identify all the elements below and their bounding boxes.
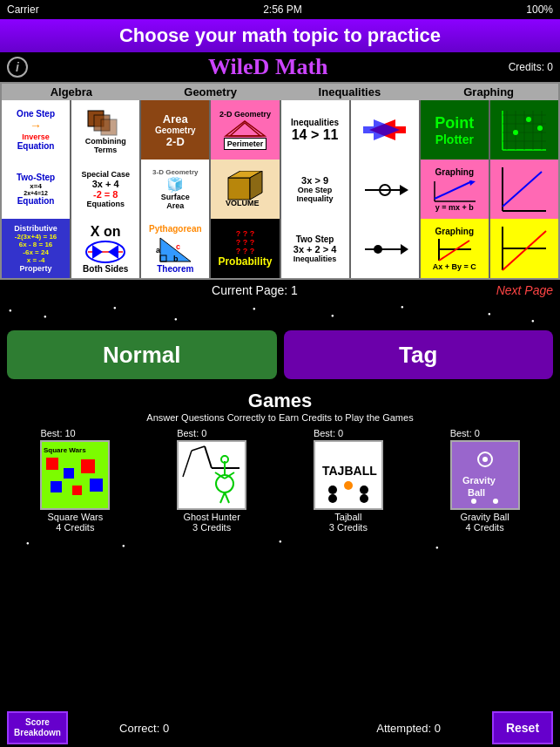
games-title: Games — [7, 390, 553, 412]
info-icon[interactable]: i — [7, 57, 28, 78]
star-3: ● — [113, 305, 117, 310]
svg-point-20 — [537, 126, 543, 131]
star-8: ● — [488, 311, 491, 316]
topic-graphing-linear[interactable]: Graphing Ax + By = C — [421, 219, 489, 278]
svg-line-34 — [503, 172, 542, 207]
topic-grid-row3: Distributive -2(3x+4) = 16 6x - 8 = 16 -… — [2, 219, 558, 278]
svg-point-78 — [360, 486, 368, 494]
games-grid: Best: 10 Square Wars Square Wars 4 Credi… — [7, 428, 553, 533]
svg-rect-61 — [90, 479, 103, 492]
next-page-button[interactable]: Next Page — [496, 283, 553, 297]
stars-decoration: ● ● ● ● ● ● ● ● ● — [0, 301, 560, 327]
header-title: Choose your math topic to practice — [3, 24, 557, 47]
topic-pythagorean[interactable]: Pythagorean a b c Theorem — [141, 219, 209, 278]
header-banner: Choose your math topic to practice — [0, 19, 560, 52]
topic-x-both-sides[interactable]: X on Both Sides — [71, 219, 139, 278]
topic-probability[interactable]: ? ? ? ? ? ? ? ? ? Probability — [211, 219, 279, 278]
topic-one-step-equation[interactable]: One Step → Inverse Equation — [2, 100, 70, 160]
header-inequalities: Inequalities — [280, 84, 420, 100]
svg-text:TAJBALL: TAJBALL — [322, 464, 377, 478]
app-name: WileD Math — [208, 54, 327, 80]
svg-rect-21 — [228, 178, 250, 200]
game-tajball: Best: 0 TAJBALL Tajball 3 Credits — [314, 428, 383, 533]
topic-volume[interactable]: VOLUME — [211, 160, 279, 219]
square-wars-thumbnail[interactable]: Square Wars — [40, 440, 110, 510]
reset-button[interactable]: Reset — [492, 711, 553, 744]
pagination-bar: ● Current Page: 1 Next Page — [0, 280, 560, 301]
carrier-label: Carrier — [7, 3, 39, 16]
topic-two-step-inequalities[interactable]: Two Step 3x + 2 > 4 Inequalities — [281, 219, 349, 278]
star-2: ● — [44, 314, 47, 319]
topic-headers: Algebra Geometry Inequalities Graphing — [2, 84, 558, 100]
gravity-ball-name: Gravity Ball — [461, 512, 509, 522]
svg-marker-31 — [469, 180, 476, 186]
topic-combining-terms[interactable]: Combining Terms — [71, 100, 139, 160]
star-b4: ● — [435, 545, 439, 550]
topic-area-2d[interactable]: Area Geometry 2-D — [141, 100, 209, 160]
svg-point-79 — [328, 494, 337, 503]
svg-rect-57 — [64, 468, 74, 479]
tag-mode-button[interactable]: Tag — [284, 330, 554, 379]
tajball-name: Tajball — [334, 512, 361, 522]
svg-marker-27 — [400, 185, 408, 195]
topic-grid-row2: Two-Step x=4 2x+4=12 Equation Special Ca… — [2, 160, 558, 219]
svg-point-86 — [471, 499, 476, 504]
topic-distributive[interactable]: Distributive -2(3x+4) = 16 6x - 8 = 16 -… — [2, 219, 70, 278]
game-square-wars: Best: 10 Square Wars Square Wars 4 Credi… — [40, 428, 110, 533]
ghost-hunter-name: Ghost Hunter — [183, 512, 240, 522]
ghost-hunter-credits: 3 Credits — [192, 522, 231, 533]
ghost-hunter-best: Best: 0 — [177, 428, 206, 438]
correct-count: Correct: 0 — [119, 722, 169, 735]
ghost-hunter-thumbnail[interactable] — [177, 440, 246, 510]
tajball-thumbnail[interactable]: TAJBALL — [314, 440, 383, 510]
bottom-stars: ● ● ● ● — [0, 536, 560, 553]
time-label: 2:56 PM — [263, 3, 302, 16]
svg-point-19 — [526, 117, 531, 122]
star-b2: ● — [122, 543, 125, 548]
topic-two-step-equation[interactable]: Two-Step x=4 2x+4=12 Equation — [2, 160, 70, 219]
normal-mode-button[interactable]: Normal — [7, 330, 277, 379]
topic-inequality-arrow[interactable] — [351, 100, 419, 160]
mode-buttons-container: Normal Tag — [0, 327, 560, 386]
header-geometry: Geometry — [141, 84, 280, 100]
topic-graphing-linear-alt[interactable] — [490, 219, 558, 278]
header-graphing: Graphing — [419, 84, 558, 100]
svg-text:b: b — [173, 255, 179, 263]
svg-text:Gravity: Gravity — [462, 475, 496, 486]
topic-graphing-slope[interactable]: Graphing y = mx + b — [421, 160, 489, 219]
svg-text:Square Wars: Square Wars — [44, 446, 86, 454]
square-wars-credits: 4 Credits — [56, 522, 94, 533]
svg-line-30 — [435, 181, 472, 199]
topic-surface-area[interactable]: 3-D Geometry 🧊 Surface Area — [141, 160, 209, 219]
svg-rect-59 — [51, 481, 62, 492]
gravity-ball-thumbnail[interactable]: Gravity Ball — [450, 440, 520, 510]
star-9: ● — [531, 318, 535, 323]
star-6: ● — [331, 313, 334, 318]
score-breakdown-button[interactable]: Score Breakdown — [7, 711, 68, 744]
svg-marker-37 — [92, 245, 103, 259]
svg-point-76 — [328, 486, 337, 494]
topic-special-case[interactable]: Special Case 3x + 4 -2 = 8 Equations — [71, 160, 139, 219]
star-7: ● — [401, 304, 404, 309]
battery-label: 100% — [526, 3, 553, 16]
status-bar: Carrier 2:56 PM 100% — [0, 0, 560, 19]
info-bar: i WileD Math Credits: 0 — [0, 52, 560, 82]
topic-point-plotter[interactable]: Point Plotter — [421, 100, 489, 160]
topic-grid-graphing[interactable] — [490, 100, 558, 160]
topic-graphing-slope-alt[interactable] — [490, 160, 558, 219]
topic-one-step-inequality[interactable]: 3x > 9 One Step Inequality — [281, 160, 349, 219]
star-1: ● — [9, 308, 12, 313]
gravity-ball-best: Best: 0 — [450, 428, 480, 438]
topic-two-step-ineq-alt[interactable] — [351, 219, 419, 278]
games-subtitle: Answer Questions Correctly to Earn Credi… — [7, 412, 553, 423]
game-gravity-ball: Best: 0 Gravity Ball Gravity Ball 4 Cred… — [450, 428, 520, 533]
gravity-ball-credits: 4 Credits — [466, 522, 504, 533]
topic-number-line[interactable] — [351, 160, 419, 219]
topic-inequalities-basic[interactable]: Inequalities 14 > 11 — [281, 100, 349, 160]
svg-text:Ball: Ball — [468, 487, 485, 498]
square-wars-best: Best: 10 — [40, 428, 75, 438]
star-b1: ● — [26, 540, 30, 546]
tajball-credits: 3 Credits — [329, 522, 368, 533]
credits-display: Credits: 0 — [509, 61, 553, 73]
topic-2d-geometry[interactable]: 2-D Geometry Perimeter — [211, 100, 279, 160]
